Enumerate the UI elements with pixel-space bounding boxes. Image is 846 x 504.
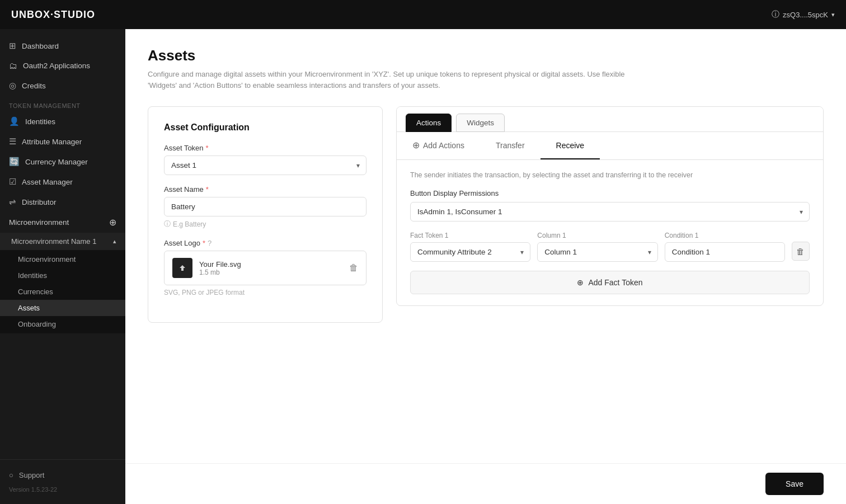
me-sub-items: Microenvironment Identities Currencies A…	[0, 250, 125, 333]
sidebar-item-currencies[interactable]: Currencies	[0, 284, 125, 300]
sidebar-item-attribute-manager-label: Attribute Manager	[22, 138, 82, 146]
logo-text: ​UNBOX·STUDIO	[11, 9, 95, 20]
asset-name-input[interactable]	[164, 197, 366, 216]
sidebar-item-support[interactable]: ○ Support	[0, 467, 125, 484]
sidebar-item-oauth2-label: Oauth2 Applications	[23, 62, 90, 70]
user-label: zsQ3....5spcK	[783, 11, 828, 19]
me-group: Microenvironment Name 1 ▴ Microenvironme…	[0, 233, 125, 333]
user-menu[interactable]: ⓘ zsQ3....5spcK ▾	[772, 10, 835, 20]
sidebar-item-currency-manager-label: Currency Manager	[25, 158, 88, 166]
condition-col: Condition 1	[665, 232, 785, 262]
file-thumbnail	[172, 258, 192, 278]
sidebar-item-asset-manager-label: Asset Manager	[22, 178, 73, 186]
sidebar-item-identities[interactable]: 👤 Identities	[0, 111, 125, 131]
main-layout: ⊞ Dashboard 🗂 Oauth2 Applications ◎ Cred…	[0, 29, 846, 504]
credits-icon: ◎	[9, 81, 16, 91]
asset-name-label: Asset Name *	[164, 185, 366, 194]
column-label: Column 1	[537, 232, 657, 239]
file-size: 1.5 mb	[199, 269, 241, 276]
fact-token-select-wrapper: Community Attribute 2 Community Attribut…	[410, 242, 530, 262]
user-menu-chevron: ▾	[831, 11, 835, 18]
asset-name-required: *	[206, 185, 209, 194]
file-delete-button[interactable]: 🗑	[349, 263, 358, 273]
page-description: Configure and manage digital assets with…	[148, 69, 651, 91]
asset-logo-required: *	[203, 239, 205, 247]
page-title: Assets	[148, 47, 824, 64]
condition-input[interactable]	[665, 242, 785, 262]
currency-manager-icon: 🔄	[9, 157, 20, 167]
sidebar-item-identities-sub[interactable]: Identities	[0, 267, 125, 284]
button-display-select[interactable]: IsAdmin 1, IsConsumer 1 IsAdmin 2	[410, 202, 810, 222]
sidebar-item-attribute-manager[interactable]: ☰ Attribute Manager	[0, 131, 125, 152]
inner-tab-add-actions[interactable]: ⊕ Add Actions	[397, 132, 480, 159]
sidebar-item-onboarding[interactable]: Onboarding	[0, 316, 125, 332]
condition-label: Condition 1	[665, 232, 785, 239]
me-group-name: Microenvironment Name 1	[11, 237, 96, 246]
column-select[interactable]: Column 1 Column 2	[537, 242, 657, 262]
panel-tab-bar: Actions Widgets	[397, 107, 823, 132]
save-button[interactable]: Save	[765, 473, 824, 495]
me-group-chevron: ▴	[113, 238, 116, 245]
button-display-select-wrapper: IsAdmin 1, IsConsumer 1 IsAdmin 2 ▾	[410, 202, 810, 222]
two-col-layout: Asset Configuration Asset Token * Asset …	[148, 106, 824, 323]
add-fact-token-plus-icon: ⊕	[577, 278, 584, 287]
attribute-manager-icon: ☰	[9, 136, 16, 147]
tab-actions[interactable]: Actions	[406, 114, 452, 132]
sidebar-item-dashboard-label: Dashboard	[22, 42, 59, 50]
sidebar-item-distributor[interactable]: ⇌ Distributor	[0, 192, 125, 212]
identities-icon: 👤	[9, 116, 20, 126]
panel-body: The sender initiates the transaction, by…	[397, 160, 823, 305]
me-add-button[interactable]: ⊕	[109, 217, 116, 228]
main-content: Assets Configure and manage digital asse…	[125, 29, 846, 463]
sidebar-item-microenvironment[interactable]: Microenvironment	[0, 251, 125, 267]
asset-logo-group: Asset Logo * ?	[164, 239, 366, 296]
inner-tab-receive[interactable]: Receive	[540, 132, 600, 159]
fact-token-label: Fact Token 1	[410, 232, 530, 239]
inner-tab-transfer[interactable]: Transfer	[480, 132, 540, 159]
fact-token-select[interactable]: Community Attribute 2 Community Attribut…	[410, 242, 530, 262]
file-upload-area: Your File.svg 1.5 mb 🗑	[164, 251, 366, 285]
distributor-icon: ⇌	[9, 197, 16, 207]
version-label: Version 1.5.23-22	[0, 484, 125, 497]
sidebar-item-dashboard[interactable]: ⊞ Dashboard	[0, 36, 125, 56]
token-management-label: Token Management	[0, 96, 125, 111]
fact-token-row: Fact Token 1 Community Attribute 2 Commu…	[410, 232, 810, 262]
fact-token-col: Fact Token 1 Community Attribute 2 Commu…	[410, 232, 530, 262]
info-icon: ⓘ	[772, 10, 779, 20]
asset-name-hint: ⓘ E.g Battery	[164, 219, 366, 229]
asset-manager-icon: ☑	[9, 177, 16, 187]
file-name: Your File.svg	[199, 260, 241, 269]
sidebar-item-credits[interactable]: ◎ Credits	[0, 76, 125, 96]
file-details: Your File.svg 1.5 mb	[199, 260, 241, 276]
sidebar-nav: ⊞ Dashboard 🗂 Oauth2 Applications ◎ Cred…	[0, 29, 125, 340]
inner-tab-bar: ⊕ Add Actions Transfer Receive	[397, 132, 823, 160]
sidebar-item-asset-manager[interactable]: ☑ Asset Manager	[0, 172, 125, 192]
fact-token-delete-col: 🗑	[792, 242, 810, 262]
asset-token-select-wrapper: Asset 1 Asset 2 Asset 3 ▾	[164, 156, 366, 175]
sidebar-microenvironment-header[interactable]: Microenvironment ⊕	[0, 212, 125, 233]
sidebar-item-currency-manager[interactable]: 🔄 Currency Manager	[0, 152, 125, 172]
config-card-title: Asset Configuration	[164, 123, 366, 133]
tab-widgets[interactable]: Widgets	[456, 114, 505, 132]
sidebar-bottom: ○ Support Version 1.5.23-22	[0, 459, 125, 504]
sidebar-item-assets[interactable]: Assets	[0, 300, 125, 316]
asset-token-select[interactable]: Asset 1 Asset 2 Asset 3	[164, 156, 366, 175]
asset-config-card: Asset Configuration Asset Token * Asset …	[148, 106, 383, 323]
column-col: Column 1 Column 1 Column 2 ▾	[537, 232, 657, 262]
asset-logo-help-icon: ?	[208, 239, 212, 247]
oauth2-icon: 🗂	[9, 61, 17, 70]
sidebar-item-oauth2[interactable]: 🗂 Oauth2 Applications	[0, 56, 125, 76]
asset-token-group: Asset Token * Asset 1 Asset 2 Asset 3 ▾	[164, 144, 366, 175]
add-fact-token-label: Add Fact Token	[588, 278, 642, 287]
asset-name-group: Asset Name * ⓘ E.g Battery	[164, 185, 366, 229]
me-header-label: Microenvironment	[9, 218, 69, 227]
logo: ​UNBOX·STUDIO	[11, 9, 95, 21]
me-group-header[interactable]: Microenvironment Name 1 ▴	[0, 233, 125, 250]
asset-logo-label: Asset Logo * ?	[164, 239, 366, 247]
fact-token-delete-button[interactable]: 🗑	[792, 242, 810, 261]
file-format-hint: SVG, PNG or JPEG format	[164, 289, 366, 296]
add-actions-plus-icon: ⊕	[412, 140, 420, 150]
add-fact-token-button[interactable]: ⊕ Add Fact Token	[410, 271, 810, 294]
asset-token-label: Asset Token *	[164, 144, 366, 152]
main-area: Assets Configure and manage digital asse…	[125, 29, 846, 504]
